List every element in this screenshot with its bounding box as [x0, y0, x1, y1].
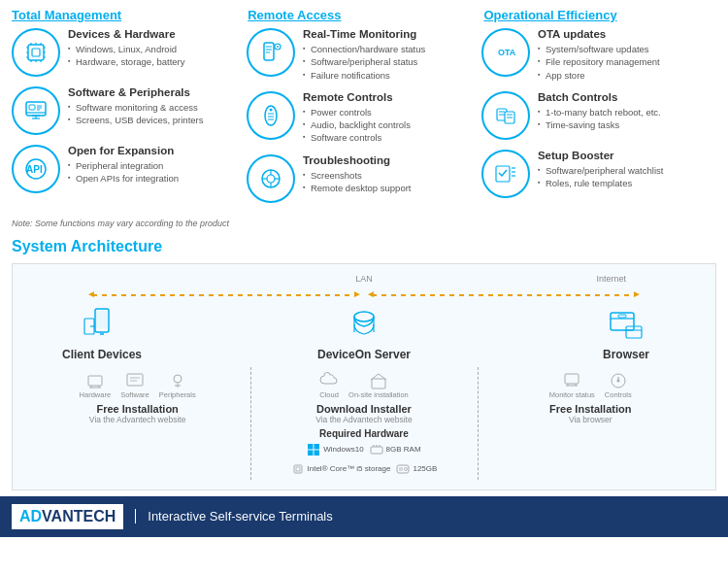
list-item: Software/peripheral status: [303, 55, 425, 68]
browser-sub-icons: Monitor status Controls: [549, 371, 632, 399]
list-item: Peripheral integration: [68, 159, 179, 172]
batch-icon: [481, 91, 530, 140]
svg-rect-67: [88, 376, 102, 386]
server-title: DeviceOn Server: [317, 348, 411, 361]
setup-booster-list: Software/peripheral watchlist Roles, rul…: [538, 164, 663, 190]
client-install-sub: Via the Advantech website: [89, 415, 186, 424]
server-icon: [343, 305, 385, 348]
api-icon: API: [12, 145, 60, 193]
svg-point-59: [354, 312, 374, 321]
browser-node: Browser: [568, 305, 684, 361]
list-item: Audio, backlight controls: [303, 118, 411, 131]
arch-arrow-row: LAN Internet ◄ ► ◄ ►: [24, 274, 704, 303]
list-item: Screens, USB devices, printers: [68, 114, 203, 126]
list-item: Power controls: [303, 106, 411, 118]
monitor-status-label: Monitor status: [549, 390, 595, 399]
svg-rect-71: [127, 374, 143, 386]
svg-rect-87: [296, 467, 300, 471]
list-item: App store: [538, 69, 660, 82]
hardware-label: Hardware: [80, 390, 112, 399]
software-peripherals-text: Software & Peripherals Software monitori…: [68, 86, 203, 127]
svg-rect-0: [28, 45, 44, 60]
right-arrow: ◄ ►: [372, 294, 636, 296]
browser-sub-monitor: Monitor status: [549, 371, 595, 399]
svg-rect-1: [32, 49, 40, 56]
feature-batch-controls: Batch Controls 1-to-many batch reboot, e…: [481, 91, 709, 140]
browser-install-label: Free Installation: [549, 403, 631, 415]
svg-rect-78: [308, 444, 314, 450]
svg-rect-56: [96, 311, 108, 328]
req-hardware-label: Required Hardware: [319, 428, 409, 439]
req-hardware-row: Windows10 8GB RAM: [254, 443, 473, 476]
col3-header: Operational Efficiency: [483, 8, 716, 22]
ram-icon: [370, 443, 383, 456]
svg-point-38: [267, 175, 275, 183]
devices-hardware-list: Windows, Linux, Android Hardware, storag…: [68, 43, 184, 69]
server-install-sub: Via the Advantech website: [315, 415, 413, 424]
server-node: DeviceOn Server: [286, 305, 442, 361]
batch-controls-text: Batch Controls 1-to-many batch reboot, e…: [538, 91, 661, 132]
left-arrow: ◄ ►: [92, 294, 356, 296]
open-expansion-text: Open for Expansion Peripheral integratio…: [68, 145, 179, 186]
feature-realtime-monitoring: Real-Time Monitoring Connection/hardware…: [247, 28, 474, 82]
nodes-row: Client Devices DeviceOn Server: [24, 305, 704, 361]
list-item: Remote desktop support: [303, 182, 412, 194]
svg-rect-82: [371, 447, 382, 454]
batch-controls-list: 1-to-many batch reboot, etc. Time-saving…: [538, 106, 661, 132]
cloud-icon: [319, 371, 339, 390]
svg-rect-64: [618, 315, 626, 318]
req-windows-label: Windows10: [323, 445, 363, 454]
list-item: Software controls: [303, 131, 411, 144]
feature-troubleshooting: Troubleshooting Screenshots Remote deskt…: [247, 154, 474, 203]
internet-label: Internet: [596, 274, 626, 284]
devices-hardware-text: Devices & Hardware Windows, Linux, Andro…: [68, 28, 184, 69]
arch-detail-row: Hardware Software: [24, 367, 704, 480]
server-detail: Cloud On-site installation Download Inst…: [250, 367, 477, 480]
svg-point-98: [616, 379, 619, 382]
feature-software-peripherals: Software & Peripherals Software monitori…: [12, 86, 239, 135]
ota-list: System/software updates File repository …: [538, 43, 660, 82]
svg-text:OTA: OTA: [498, 48, 516, 57]
features-col-1: Devices & Hardware Windows, Linux, Andro…: [12, 28, 247, 213]
peripherals-label: Peripherals: [159, 390, 196, 399]
client-install-label: Free Installation: [96, 403, 178, 415]
req-ram-label: 8GB RAM: [386, 445, 421, 454]
setup-booster-text: Setup Booster Software/peripheral watchl…: [538, 150, 663, 190]
svg-rect-25: [264, 43, 274, 60]
cpu-req-icon: [291, 462, 305, 476]
svg-rect-81: [314, 450, 320, 456]
svg-rect-80: [308, 450, 314, 456]
troubleshooting-text: Troubleshooting Screenshots Remote deskt…: [303, 154, 412, 195]
arrows: ◄ ► ◄ ►: [92, 294, 636, 296]
client-icon: [81, 305, 123, 348]
list-item: Open APIs for integration: [68, 172, 179, 185]
feature-open-expansion: API Open for Expansion Peripheral integr…: [12, 145, 239, 193]
vantech-text: VANTECH: [42, 508, 116, 524]
client-title: Client Devices: [62, 348, 142, 361]
feature-devices-hardware: Devices & Hardware Windows, Linux, Andro…: [12, 28, 239, 77]
note-text: Note: Some functions may vary according …: [0, 219, 728, 232]
open-expansion-title: Open for Expansion: [68, 145, 179, 156]
windows-icon: [307, 443, 320, 456]
req-storage: 125GB: [396, 462, 437, 476]
ad-text: AD: [19, 508, 42, 524]
client-sub-icons: Hardware Software: [80, 371, 196, 399]
storage-icon: [396, 462, 410, 476]
realtime-monitoring-list: Connection/hardware status Software/peri…: [303, 43, 425, 82]
arch-section: System Architecture LAN Internet ◄ ► ◄ ►: [0, 232, 728, 490]
list-item: File repository management: [538, 55, 660, 68]
lan-label: LAN: [355, 274, 373, 284]
list-item: Software monitoring & access: [68, 101, 203, 114]
columns-header: Total Management Remote Access Operation…: [12, 8, 716, 22]
client-node: Client Devices: [44, 305, 160, 361]
download-installer-label: Download Installer: [316, 403, 412, 415]
list-item: Roles, rule templates: [538, 177, 663, 189]
arch-title: System Architecture: [12, 238, 716, 255]
cloud-label: Cloud: [319, 390, 339, 399]
req-storage-label: 125GB: [413, 464, 437, 473]
footer-logo: ADVANTECH: [12, 504, 123, 529]
onsite-icon: [369, 371, 388, 390]
peripherals-icon: [168, 371, 187, 390]
req-cpu: Intel® Core™ i5 storage: [291, 462, 391, 476]
remote-controls-list: Power controls Audio, backlight controls…: [303, 106, 411, 145]
